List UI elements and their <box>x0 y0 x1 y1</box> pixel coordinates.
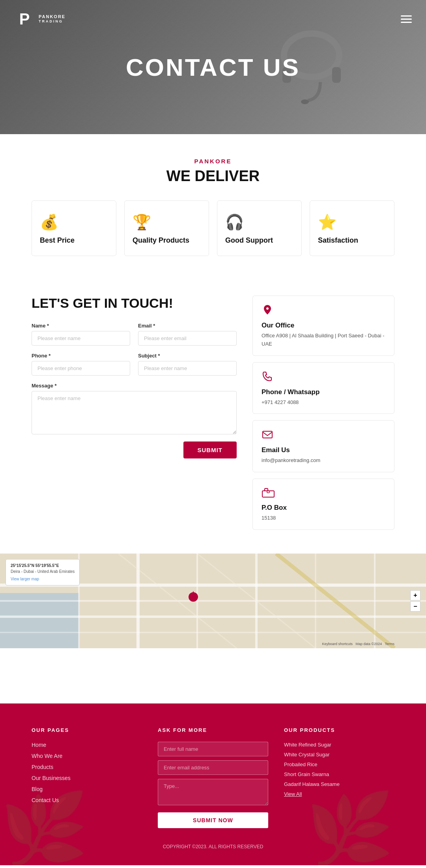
map-attribution: Keyboard shortcuts Map data ©2024 Terms <box>322 642 394 646</box>
footer-product-short-grain-swarna[interactable]: Short Grain Swarna <box>284 771 394 777</box>
phone-input[interactable] <box>32 361 130 376</box>
email-input[interactable] <box>138 331 237 346</box>
footer-ask-submit-button[interactable]: SUBMIT NOW <box>158 812 268 828</box>
footer-view-all-link[interactable]: View All <box>284 791 394 797</box>
quality-products-icon: 🏆 <box>133 213 201 231</box>
deliver-section: PANKORE WE DELIVER 💰 Best Price 🏆 Qualit… <box>0 134 426 276</box>
svg-rect-5 <box>262 491 274 497</box>
svg-rect-2 <box>332 67 341 83</box>
navigation: P PANKORE TRADING <box>0 0 426 38</box>
phone-icon <box>262 370 385 385</box>
info-card-email: Email Us info@pankoretrading.com <box>252 420 394 472</box>
office-icon <box>262 304 385 318</box>
name-input[interactable] <box>32 331 130 346</box>
map-zoom-in[interactable]: + <box>410 590 420 600</box>
logo-p-letter: P <box>19 11 30 27</box>
info-card-pobox: P.O Box 15138 <box>252 479 394 530</box>
good-support-icon: 🎧 <box>225 213 293 231</box>
email-title: Email Us <box>262 446 385 454</box>
deliver-brand-label: PANKORE <box>32 158 394 165</box>
footer-link-our-businesses[interactable]: Our Businesses <box>32 775 142 781</box>
footer-product-probailed-rice[interactable]: Probailed Rice <box>284 761 394 767</box>
pobox-title: P.O Box <box>262 504 385 512</box>
form-group-email: Email * <box>138 323 237 346</box>
best-price-icon: 💰 <box>40 213 108 231</box>
form-row-name-email: Name * Email * <box>32 323 237 346</box>
footer-col-products: OUR PRODUCTS White Refined Sugar White C… <box>284 727 394 828</box>
form-group-message: Message * <box>32 383 237 434</box>
logo-brand-name: PANKORE <box>39 14 65 19</box>
contact-section: LET'S GET IN TOUCH! Name * Email * Phone… <box>0 276 426 554</box>
footer-product-white-crystal-sugar[interactable]: White Crystal Sugar <box>284 752 394 758</box>
footer-product-white-refined-sugar[interactable]: White Refined Sugar <box>284 742 394 748</box>
logo: P PANKORE TRADING <box>14 7 65 31</box>
form-group-name: Name * <box>32 323 130 346</box>
info-card-office: Our Office Office A908 | Al Shaala Build… <box>252 296 394 356</box>
map-section: 25°15'25.5"N 55°19'55.5"E Deira - Dubai … <box>0 554 426 648</box>
info-card-phone: Phone / Whatsapp +971 4227 4088 <box>252 362 394 414</box>
form-row-phone-subject: Phone * Subject * <box>32 353 237 376</box>
contact-info-area: Our Office Office A908 | Al Shaala Build… <box>252 296 394 530</box>
contact-heading: LET'S GET IN TOUCH! <box>32 296 237 311</box>
footer: 🌿 🌿 OUR PAGES Home Who We Are Products O… <box>0 703 426 865</box>
footer-ask-email-input[interactable] <box>158 760 268 775</box>
deliver-card-good-support: 🎧 Good Support <box>217 200 302 256</box>
logo-sub-name: TRADING <box>39 19 65 24</box>
pobox-text: 15138 <box>262 514 385 522</box>
email-label: Email * <box>138 323 237 329</box>
footer-link-contact-us[interactable]: Contact Us <box>32 797 142 803</box>
message-textarea[interactable] <box>32 391 237 434</box>
contact-submit-button[interactable]: SUBMIT <box>183 441 237 458</box>
good-support-label: Good Support <box>225 236 273 244</box>
satisfaction-label: Satisfaction <box>318 236 358 244</box>
deliver-card-quality-products: 🏆 Quality Products <box>124 200 209 256</box>
footer-pages-title: OUR PAGES <box>32 727 142 733</box>
satisfaction-icon: ⭐ <box>318 213 386 231</box>
footer-link-blog[interactable]: Blog <box>32 786 142 792</box>
hero-section: P PANKORE TRADING CONTACT US <box>0 0 426 134</box>
map-zoom-out[interactable]: − <box>410 601 420 612</box>
footer-products-title: OUR PRODUCTS <box>284 727 394 733</box>
spacer <box>0 672 426 703</box>
name-label: Name * <box>32 323 130 329</box>
footer-link-who-we-are[interactable]: Who We Are <box>32 753 142 759</box>
subject-label: Subject * <box>138 353 237 359</box>
deliver-card-satisfaction: ⭐ Satisfaction <box>310 200 394 256</box>
map-coords: 25°15'25.5"N 55°19'55.5"E <box>11 563 75 569</box>
hero-title: CONTACT US <box>126 53 300 81</box>
pobox-icon <box>262 487 385 501</box>
map-zoom-controls: + − <box>410 590 420 612</box>
svg-point-3 <box>301 99 309 104</box>
footer-grid: OUR PAGES Home Who We Are Products Our B… <box>32 727 394 828</box>
best-price-label: Best Price <box>40 236 75 244</box>
footer-ask-title: ASK FOR MORE <box>158 727 268 733</box>
hamburger-menu[interactable] <box>401 15 412 23</box>
phone-text: +971 4227 4088 <box>262 398 385 407</box>
map-location: Deira - Dubai - United Arab Emirates <box>11 569 75 574</box>
footer-ask-message-input[interactable] <box>158 779 268 805</box>
map-placeholder: 25°15'25.5"N 55°19'55.5"E Deira - Dubai … <box>0 554 426 648</box>
svg-rect-4 <box>263 431 272 438</box>
form-group-phone: Phone * <box>32 353 130 376</box>
deliver-cards-container: 💰 Best Price 🏆 Quality Products 🎧 Good S… <box>32 200 394 256</box>
phone-label: Phone * <box>32 353 130 359</box>
map-larger-link[interactable]: View larger map <box>11 576 75 582</box>
deliver-title: WE DELIVER <box>32 168 394 185</box>
logo-icon: P <box>14 7 35 31</box>
contact-form-area: LET'S GET IN TOUCH! Name * Email * Phone… <box>32 296 237 458</box>
email-text: info@pankoretrading.com <box>262 456 385 465</box>
footer-link-products[interactable]: Products <box>32 764 142 770</box>
deliver-card-best-price: 💰 Best Price <box>32 200 116 256</box>
office-title: Our Office <box>262 322 385 329</box>
office-text: Office A908 | Al Shaala Building | Port … <box>262 332 385 348</box>
quality-products-label: Quality Products <box>133 236 189 244</box>
map-overlay-info: 25°15'25.5"N 55°19'55.5"E Deira - Dubai … <box>6 559 80 586</box>
subject-input[interactable] <box>138 361 237 376</box>
footer-product-gadarif-halawa[interactable]: Gadarif Halawa Sesame <box>284 781 394 787</box>
svg-rect-6 <box>267 491 269 493</box>
footer-ask-name-input[interactable] <box>158 742 268 756</box>
message-label: Message * <box>32 383 237 389</box>
form-row-message: Message * <box>32 383 237 434</box>
footer-link-home[interactable]: Home <box>32 742 142 748</box>
email-icon <box>262 428 385 443</box>
